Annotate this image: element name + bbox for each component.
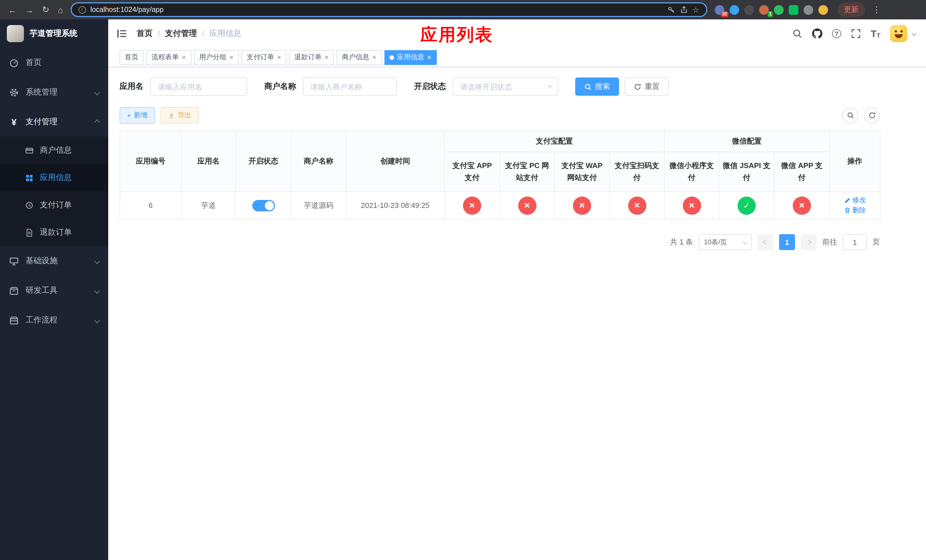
home-icon[interactable]: ⌂ (58, 5, 63, 15)
page-header: 首页 / 支付管理 / 应用信息 应用列表 ? TT (108, 20, 926, 48)
col-wechat-mini: 微信小程序支付 (664, 152, 719, 192)
chevron-down-icon (94, 89, 100, 95)
tab-app-info[interactable]: 应用信息× (384, 50, 437, 65)
sidebar-item-home[interactable]: 首页 (0, 48, 108, 77)
sidebar-item-label: 应用信息 (40, 173, 72, 183)
font-size-icon[interactable]: TT (871, 29, 881, 38)
url-text: localhost:1024/pay/app (90, 6, 163, 14)
status-select[interactable] (453, 77, 558, 96)
download-icon (168, 112, 175, 119)
close-icon[interactable]: × (427, 53, 431, 61)
breadcrumb-item[interactable]: 首页 (137, 29, 153, 39)
extension-icon[interactable]: 1 (759, 5, 769, 15)
merchant-name-input[interactable] (303, 77, 397, 96)
user-avatar[interactable] (890, 25, 907, 42)
chevron-down-icon (94, 258, 100, 264)
forward-icon[interactable]: → (25, 5, 33, 15)
sidebar-item-label: 首页 (26, 58, 42, 68)
tab-user-group[interactable]: 用户分组× (194, 50, 239, 65)
goto-page-input[interactable] (843, 234, 867, 250)
cell-app-id: 6 (120, 192, 182, 219)
sidebar-item-infrastructure[interactable]: 基础设施 (0, 246, 108, 276)
tab-process-form[interactable]: 流程表单× (146, 50, 191, 65)
extension-icon[interactable] (774, 5, 783, 15)
main-area: 首页 / 支付管理 / 应用信息 应用列表 ? TT (108, 20, 926, 560)
sidebar-item-system[interactable]: 系统管理 (0, 77, 108, 107)
wechat-app-status-icon (793, 196, 811, 215)
col-created: 创建时间 (346, 131, 445, 192)
chevron-down-icon[interactable] (912, 31, 917, 36)
credit-card-icon (25, 146, 33, 155)
delete-link[interactable]: 删除 (844, 205, 866, 215)
prev-page-button[interactable] (757, 234, 773, 250)
browser-menu-icon[interactable]: ⋮ (872, 5, 881, 15)
app-name-input[interactable] (150, 77, 247, 96)
site-info-icon[interactable]: i (78, 6, 86, 14)
search-button[interactable]: 搜索 (575, 77, 619, 96)
tab-payment-orders[interactable]: 支付订单× (242, 50, 286, 65)
reset-button[interactable]: 重置 (625, 77, 669, 96)
bookmark-star-icon[interactable]: ☆ (693, 5, 699, 14)
export-button[interactable]: 导出 (160, 107, 199, 124)
app-title: 芋道管理系统 (30, 29, 77, 39)
breadcrumb: 首页 / 支付管理 / 应用信息 (137, 29, 242, 39)
search-icon (847, 112, 854, 119)
sidebar-item-payment-orders[interactable]: 支付订单 (0, 191, 108, 219)
sidebar-item-label: 系统管理 (26, 87, 57, 97)
chevron-up-icon (94, 119, 100, 125)
tab-home[interactable]: 首页 (120, 50, 144, 65)
fullscreen-icon[interactable] (851, 29, 861, 39)
share-icon[interactable] (680, 6, 688, 14)
next-page-button[interactable] (801, 234, 817, 250)
sidebar-item-app-info[interactable]: 应用信息 (0, 164, 108, 191)
github-icon[interactable] (812, 29, 822, 39)
cell-created: 2021-10-23 08:49:25 (346, 192, 445, 219)
extension-icon[interactable] (744, 5, 754, 15)
page-number-button[interactable]: 1 (779, 234, 795, 250)
sidebar-item-payment[interactable]: ¥ 支付管理 (0, 107, 108, 137)
breadcrumb-item[interactable]: 支付管理 (165, 29, 197, 39)
extension-icon[interactable]: 10 (714, 5, 724, 15)
profile-avatar-icon[interactable] (818, 5, 828, 15)
app-table: 应用编号 应用名 开启状态 商户名称 创建时间 支付宝配置 微信配置 操作 支付… (120, 130, 881, 219)
chevron-right-icon (806, 240, 811, 245)
refresh-table-button[interactable] (864, 107, 880, 123)
browser-chrome: ← → ↻ ⌂ i localhost:1024/pay/app ☆ 10 1 … (0, 0, 926, 20)
cell-actions: 修改 删除 (829, 192, 880, 219)
logo[interactable]: 芋道管理系统 (0, 20, 108, 48)
help-icon[interactable]: ? (832, 29, 841, 38)
extension-icon[interactable] (788, 5, 798, 15)
browser-update-button[interactable]: 更新 (837, 2, 865, 17)
sidebar-item-refund-orders[interactable]: 退款订单 (0, 219, 108, 246)
close-icon[interactable]: × (229, 53, 233, 61)
table-row: 6 芋道 芋道源码 2021-10-23 08:49:25 (120, 192, 880, 219)
sidebar-item-dev-tools[interactable]: 研发工具 (0, 276, 108, 305)
table-toolbar: + 新增 导出 (120, 107, 880, 124)
sidebar-item-merchant-info[interactable]: 商户信息 (0, 137, 108, 164)
reload-icon[interactable]: ↻ (42, 5, 49, 15)
address-bar[interactable]: i localhost:1024/pay/app ☆ (70, 2, 707, 17)
close-icon[interactable]: × (182, 53, 186, 61)
enable-toggle[interactable] (252, 200, 275, 211)
back-icon[interactable]: ← (8, 5, 17, 15)
hamburger-icon[interactable] (116, 28, 127, 39)
page-size-select[interactable]: 10条/页 (699, 234, 752, 250)
search-icon[interactable] (792, 29, 802, 39)
col-app-id: 应用编号 (120, 131, 182, 192)
close-icon[interactable]: × (277, 53, 281, 61)
tab-merchant-info[interactable]: 商户信息× (337, 50, 381, 65)
toggle-search-button[interactable] (842, 107, 858, 123)
password-key-icon[interactable] (667, 6, 675, 14)
page-content: 应用名 商户名称 开启状态 (108, 67, 926, 260)
tab-refund-orders[interactable]: 退款订单× (289, 50, 334, 65)
close-icon[interactable]: × (372, 53, 377, 61)
puzzle-extensions-icon[interactable] (803, 5, 813, 15)
cell-app-name: 芋道 (182, 192, 236, 219)
alipay-app-status-icon (463, 196, 481, 215)
extension-icon[interactable] (729, 5, 739, 15)
wechat-mini-status-icon (682, 196, 701, 215)
add-button[interactable]: + 新增 (120, 107, 155, 124)
sidebar-item-workflow[interactable]: 工作流程 (0, 305, 108, 335)
close-icon[interactable]: × (325, 53, 329, 61)
edit-link[interactable]: 修改 (844, 195, 866, 205)
